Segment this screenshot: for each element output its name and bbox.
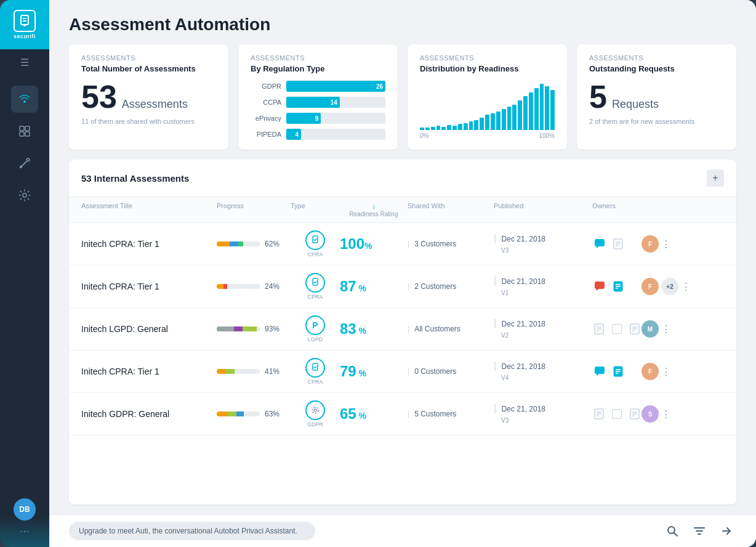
bar-gdpr: GDPR 26 <box>251 81 385 92</box>
type-label: CPRA <box>307 294 323 300</box>
owners-cell: M <box>641 320 659 338</box>
dist-bar <box>534 88 539 130</box>
search-button[interactable] <box>662 521 682 541</box>
published-date: Dec 21, 2018 <box>502 405 545 413</box>
owner-avatar: M <box>641 320 659 338</box>
bar-ccpa: CCPA 14 <box>251 97 385 108</box>
stat-card-total-label: Assessments <box>81 54 216 62</box>
doc-icon-empty[interactable] <box>592 407 606 421</box>
table-body: Initech CPRA: Tier 1 62% CPRA 100% |3 Cu… <box>69 223 736 504</box>
doc-icon-empty2[interactable] <box>627 322 641 336</box>
row-owners-cell: M ⋮ <box>641 320 703 338</box>
row-more-menu[interactable]: ⋮ <box>661 323 671 335</box>
table-row[interactable]: Initech CPRA: Tier 1 62% CPRA 100% |3 Cu… <box>69 223 736 265</box>
row-title: Initech GDPR: General <box>81 409 217 419</box>
row-more-menu[interactable]: ⋮ <box>661 366 671 378</box>
navigate-button[interactable] <box>717 521 736 541</box>
sidebar-nav <box>11 76 38 488</box>
stat-regulation-label: Assessments <box>251 54 385 62</box>
page-title: Assessment Automation <box>69 15 736 34</box>
row-progress: 93% <box>217 325 291 333</box>
progress-segment <box>228 411 236 416</box>
published-version: V1 <box>501 290 509 296</box>
checkbox-empty[interactable] <box>610 322 624 336</box>
table-row[interactable]: Initech CPRA: Tier 1 24% CPRA 87 % |2 Cu… <box>69 265 736 308</box>
stat-card-distribution: Assessments Distribution by Readiness 0%… <box>408 44 567 150</box>
row-action-icons <box>592 407 641 421</box>
chat-bubble[interactable]: Upgrade to meet Auti, the conversational… <box>69 522 315 540</box>
row-title: Initech CPRA: Tier 1 <box>81 367 217 376</box>
published-version: V2 <box>501 332 509 339</box>
sidebar-item-wrench[interactable] <box>11 150 38 177</box>
row-action-icons <box>592 279 641 294</box>
chat-icon-red[interactable] <box>592 279 607 294</box>
progress-bar <box>217 369 260 374</box>
type-icon <box>305 273 325 293</box>
table-row[interactable]: Initech GDPR: General 63% GDPR 65 % |5 C… <box>69 393 736 436</box>
bar-eprivacy: ePrivacy 9 <box>251 113 385 124</box>
row-title: Initech CPRA: Tier 1 <box>81 282 217 291</box>
readiness-number: 83 % <box>340 320 366 337</box>
row-readiness: 79 % <box>340 363 408 380</box>
svg-rect-33 <box>595 367 605 374</box>
table-row[interactable]: Initech LGPD: General 93% P LGPD 83 % |A… <box>69 308 736 350</box>
row-owners-cell: F ⋮ <box>641 235 703 253</box>
stat-total-number: 53 Assessments <box>81 81 216 113</box>
chat-icon-blue[interactable] <box>592 364 607 379</box>
progress-text: 41% <box>265 367 279 376</box>
doc-icon-blue[interactable] <box>611 279 625 294</box>
dist-bar <box>518 100 522 130</box>
col-readiness: ↓ Readiness Rating <box>340 202 408 217</box>
row-shared: |5 Customers <box>408 410 494 418</box>
readiness-number: 65 % <box>340 405 366 422</box>
row-published: | Dec 21, 2018 V2 <box>494 318 592 340</box>
table-row[interactable]: Initech CPRA: Tier 1 41% CPRA 79 % |0 Cu… <box>69 350 736 393</box>
svg-rect-13 <box>595 239 605 246</box>
add-assessment-button[interactable]: + <box>707 169 724 187</box>
dist-bar <box>512 105 517 130</box>
col-shared: Shared With <box>408 202 494 217</box>
logo-text: securifi <box>14 33 36 39</box>
checkbox-empty[interactable] <box>610 407 624 421</box>
sidebar-item-grid[interactable] <box>11 118 38 145</box>
doc-icon-empty2[interactable] <box>627 407 641 421</box>
row-progress: 41% <box>217 367 291 376</box>
type-icon: P <box>305 315 325 335</box>
progress-bar <box>217 284 260 289</box>
doc-icon-empty[interactable] <box>592 322 606 336</box>
row-shared: |All Customers <box>408 325 494 333</box>
sidebar-logo[interactable]: securifi <box>0 0 49 49</box>
col-published: Published <box>494 202 592 217</box>
svg-rect-2 <box>23 20 26 22</box>
row-more-menu[interactable]: ⋮ <box>661 238 671 250</box>
filter-button[interactable] <box>690 521 709 541</box>
type-label: CPRA <box>307 251 323 257</box>
progress-bar <box>217 241 260 246</box>
row-more-menu[interactable]: ⋮ <box>661 408 671 420</box>
svg-rect-19 <box>595 282 605 289</box>
svg-rect-6 <box>25 126 30 131</box>
sidebar-item-wifi[interactable] <box>11 86 38 113</box>
row-shared: |0 Customers <box>408 367 494 376</box>
row-type: P LGPD <box>291 315 340 342</box>
svg-rect-0 <box>21 15 28 25</box>
owner-avatar: F <box>641 363 659 380</box>
bottom-actions <box>662 521 736 541</box>
progress-segment <box>236 411 244 416</box>
progress-bar <box>217 326 260 331</box>
sidebar-item-gear[interactable] <box>11 182 38 209</box>
row-more-menu[interactable]: ⋮ <box>681 281 691 293</box>
published-version: V4 <box>501 375 509 381</box>
dist-bar <box>464 123 468 130</box>
row-shared: |2 Customers <box>408 282 494 291</box>
type-icon <box>305 400 325 420</box>
stat-outstanding-number: 5 Requests <box>589 81 724 113</box>
stat-outstanding-sub: 2 of them are for new assessments <box>589 118 724 125</box>
svg-rect-7 <box>20 132 24 136</box>
table-header: 53 Internal Assessments + <box>69 160 736 197</box>
doc-icon-empty[interactable] <box>611 237 625 251</box>
more-owners-badge: +2 <box>661 278 678 295</box>
chat-icon-blue[interactable] <box>592 237 607 251</box>
menu-toggle[interactable]: ☰ <box>20 57 29 68</box>
doc-icon-blue[interactable] <box>611 364 625 379</box>
